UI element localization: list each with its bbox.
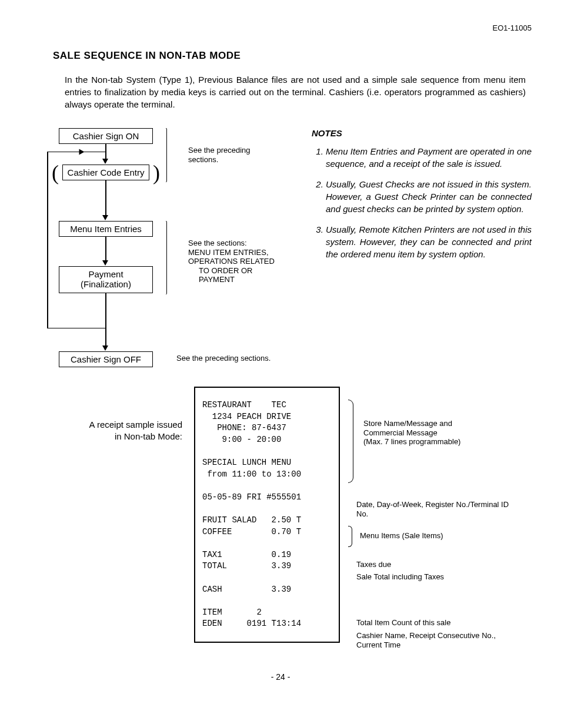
annot-signoff: See the preceding sections. [176, 354, 306, 363]
rannot-taxes: Taxes due [356, 560, 509, 569]
section-title: SALE SEQUENCE IN NON-TAB MODE [53, 50, 532, 62]
receipt-l9: 05-05-89 FRI #555501 [202, 492, 332, 504]
document-id: EO1-11005 [29, 24, 532, 32]
receipt-l1: RESTAURANT TEC [202, 400, 332, 411]
receipt-l14: TAX1 0.19 [202, 549, 332, 561]
main-row: Cashier Sign ON ( Cashier Code Entry ) M… [47, 128, 532, 381]
intro-paragraph: In the Non-tab System (Type 1), Previous… [65, 73, 526, 110]
rannot-cashier: Cashier Name, Receipt Consecutive No., C… [356, 631, 509, 649]
page-number: - 24 - [29, 672, 532, 682]
annot-sections-l5: PAYMENT [188, 275, 275, 284]
flow-annotations: See the preceding sections. See the sect… [188, 128, 294, 381]
receipt-l5 [202, 445, 332, 457]
annot-sections-l2: MENU ITEM ENTRIES, [188, 248, 275, 257]
receipt-sample: RESTAURANT TEC 1234 PEACH DRIVE PHONE: 8… [194, 387, 340, 643]
paren-left-icon: ( [52, 162, 59, 183]
notes-title: NOTES [312, 128, 532, 138]
receipt-l17: CASH 3.39 [202, 584, 332, 596]
annot-sections-l1: See the sections: [188, 239, 275, 248]
flow-step-code-entry: Cashier Code Entry [62, 165, 149, 180]
rannot-total: Sale Total including Taxes [356, 572, 509, 582]
rannot-header-l2: Commercial Message [363, 428, 516, 438]
receipt-l6: SPECIAL LUNCH MENU [202, 457, 332, 469]
receipt-l10 [202, 503, 332, 515]
receipt-label-l2: in Non-tab Mode: [65, 431, 182, 442]
annot-preceding-l2: sections. [188, 155, 251, 165]
receipt-l11: FRUIT SALAD 2.50 T [202, 515, 332, 526]
receipt-row: A receipt sample issued in Non-tab Mode:… [65, 387, 532, 643]
receipt-l15: TOTAL 3.39 [202, 561, 332, 572]
paren-right-icon: ) [153, 162, 160, 183]
receipt-l8 [202, 480, 332, 492]
flow-step-signon: Cashier Sign ON [59, 128, 153, 144]
receipt-l19: ITEM 2 [202, 607, 332, 619]
note-1: Menu Item Entries and Payment are operat… [326, 145, 532, 170]
rannot-header-l1: Store Name/Message and [363, 419, 516, 428]
annot-sections-l4: TO ORDER OR [188, 266, 275, 276]
rannot-items: Menu Items (Sale Items) [360, 531, 513, 541]
rannot-header-l3: (Max. 7 lines programmable) [363, 437, 516, 447]
flow-step-payment-l1: Payment [63, 269, 149, 279]
note-2: Usually, Guest Checks are not issued in … [326, 178, 532, 215]
receipt-l13 [202, 538, 332, 549]
flow-step-menu-entries: Menu Item Entries [59, 221, 153, 237]
receipt-label: A receipt sample issued in Non-tab Mode: [65, 387, 182, 442]
receipt-label-l1: A receipt sample issued [65, 419, 182, 431]
rannot-date: Date, Day-of-Week, Register No./Terminal… [356, 500, 509, 518]
note-3: Usually, Remote Kitchen Printers are not… [326, 223, 532, 260]
receipt-l2: 1234 PEACH DRIVE [202, 411, 332, 423]
flowchart: Cashier Sign ON ( Cashier Code Entry ) M… [47, 128, 171, 381]
notes-section: NOTES Menu Item Entries and Payment are … [312, 128, 532, 269]
receipt-l4: 9:00 - 20:00 [202, 434, 332, 446]
flow-step-signoff: Cashier Sign OFF [59, 351, 153, 367]
receipt-l20: EDEN 0191 T13:14 [202, 618, 332, 630]
receipt-l18 [202, 595, 332, 607]
receipt-l16 [202, 572, 332, 584]
receipt-l3: PHONE: 87-6437 [202, 422, 332, 434]
receipt-l12: COFFEE 0.70 T [202, 526, 332, 538]
receipt-l7: from 11:00 to 13:00 [202, 469, 332, 481]
annot-sections-l3: OPERATIONS RELATED [188, 257, 275, 266]
flow-step-payment-l2: (Finalization) [63, 279, 149, 289]
rannot-itemcount: Total Item Count of this sale [356, 618, 509, 628]
annot-preceding-l1: See the preceding [188, 146, 251, 155]
flow-step-payment: Payment (Finalization) [59, 266, 153, 293]
